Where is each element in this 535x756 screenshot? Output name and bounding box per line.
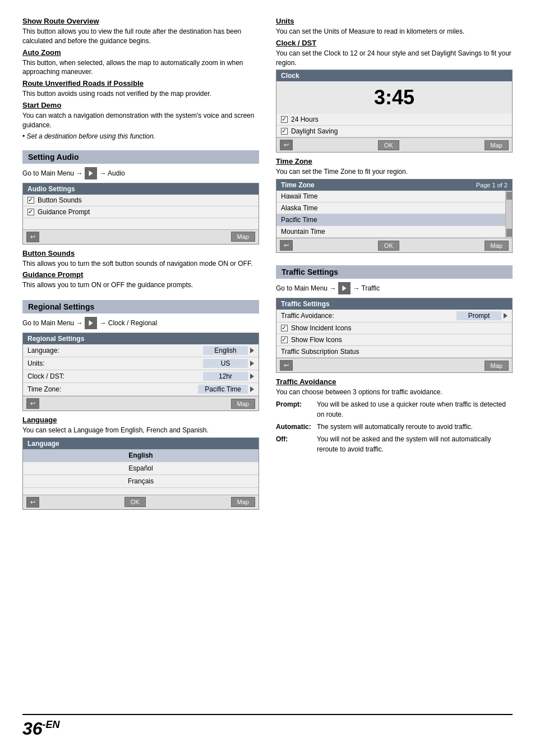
language-row-label: Language: <box>27 347 59 354</box>
time-zone-ok-button[interactable]: OK <box>378 241 399 251</box>
audio-settings-screen: Audio Settings Button Sounds Guidance Pr… <box>22 183 259 245</box>
setting-audio-goto: Go to Main Menu → → Audio <box>22 167 259 179</box>
auto-zoom-text: This button, when selected, allows the m… <box>22 58 259 77</box>
setting-audio-bar: Setting Audio <box>22 150 259 164</box>
mountain-time-option[interactable]: Mountain Time <box>276 226 505 238</box>
regional-settings-bar: Regional Settings <box>22 300 259 314</box>
daylight-saving-label: Daylight Saving <box>291 127 338 135</box>
traffic-avoidance-text: You can choose between 3 options for tra… <box>276 388 513 397</box>
traffic-settings-bar: Traffic Settings <box>276 265 513 279</box>
language-section: Language You can select a Language from … <box>22 416 259 437</box>
time-zone-scrollbar[interactable] <box>505 191 512 238</box>
button-sounds-title: Button Sounds <box>22 249 259 257</box>
left-column: Show Route Overview This button allows y… <box>22 17 259 514</box>
off-option: Off: You will not be asked and the syste… <box>276 434 513 454</box>
language-text: You can select a Language from English, … <box>22 426 259 435</box>
traffic-subscription-row[interactable]: Traffic Subscription Status <box>276 346 512 358</box>
espanol-option[interactable]: Español <box>23 462 259 475</box>
button-sounds-label: Button Sounds <box>38 196 82 204</box>
clock-dst-row[interactable]: Clock / DST: 12hr <box>23 370 259 383</box>
page-number: 36-EN <box>22 707 60 739</box>
traffic-avoidance-options: Prompt: You will be asked to use a quick… <box>276 399 513 454</box>
francais-option[interactable]: Français <box>23 475 259 488</box>
automatic-desc: The system will automatically reroute to… <box>317 422 473 432</box>
alaska-time-option[interactable]: Alaska Time <box>276 202 505 214</box>
button-sounds-checkbox[interactable] <box>27 197 34 204</box>
units-row[interactable]: Units: US <box>23 357 259 370</box>
automatic-label: Automatic: <box>276 422 312 432</box>
audio-map-button[interactable]: Map <box>231 232 255 242</box>
start-demo-note: • Set a destination before using this fu… <box>22 132 259 140</box>
regional-settings-header: Regional Settings <box>23 333 259 344</box>
24hours-checkbox[interactable] <box>281 116 288 123</box>
regional-back-button[interactable]: ↩ <box>26 398 39 409</box>
clock-ok-button[interactable]: OK <box>378 140 399 150</box>
prompt-label: Prompt: <box>276 399 312 420</box>
show-incident-icons-checkbox[interactable] <box>281 325 288 331</box>
clock-dst-value: 12hr <box>203 372 248 381</box>
right-column: Units You can set the Units of Measure t… <box>276 17 513 514</box>
language-screen: Language English Español Français ↩ OK M… <box>22 437 259 510</box>
regional-screen-footer: ↩ Map <box>23 396 259 411</box>
traffic-avoidance-arrow-icon <box>504 313 508 319</box>
traffic-settings-screen: Traffic Settings Traffic Avoidance: Prom… <box>276 298 513 373</box>
units-section: Units You can set the Units of Measure t… <box>276 17 513 39</box>
time-zone-map-button[interactable]: Map <box>485 241 509 251</box>
clock-dst-arrow-icon <box>250 374 254 379</box>
audio-settings-header: Audio Settings <box>23 183 259 195</box>
audio-back-button[interactable]: ↩ <box>26 232 39 242</box>
daylight-saving-row: Daylight Saving <box>276 126 512 137</box>
english-option[interactable]: English <box>23 449 259 462</box>
language-ok-button[interactable]: OK <box>124 497 146 507</box>
language-map-button[interactable]: Map <box>231 497 255 507</box>
show-route-overview-text: This button allows you to view the full … <box>22 27 259 46</box>
time-zone-screen-header: Time Zone <box>281 181 315 189</box>
off-label: Off: <box>276 434 312 454</box>
hawaii-time-option[interactable]: Hawaii Time <box>276 191 505 202</box>
language-row[interactable]: Language: English <box>23 344 259 357</box>
guidance-prompt-section: Guidance Prompt This allows you to turn … <box>22 270 259 292</box>
timezone-row-value: Pacific Time <box>198 385 254 394</box>
units-row-value: US <box>203 359 254 368</box>
time-zone-scroll-area: Hawaii Time Alaska Time Pacific Time Mou… <box>276 191 512 238</box>
off-desc: You will not be asked and the system wil… <box>317 434 513 454</box>
timezone-row[interactable]: Time Zone: Pacific Time <box>23 383 259 396</box>
traffic-avoidance-title: Traffic Avoidance <box>276 377 513 386</box>
button-sounds-section: Button Sounds This allows you to turn th… <box>22 249 259 271</box>
guidance-prompt-label: Guidance Prompt <box>38 208 90 216</box>
traffic-map-button[interactable]: Map <box>485 361 509 371</box>
daylight-saving-checkbox[interactable] <box>281 128 288 135</box>
language-back-button[interactable]: ↩ <box>26 497 39 508</box>
time-zone-back-button[interactable]: ↩ <box>280 240 293 251</box>
traffic-back-button[interactable]: ↩ <box>280 360 293 371</box>
clock-dst-title: Clock / DST <box>276 39 513 47</box>
auto-zoom-title: Auto Zoom <box>22 48 259 57</box>
clock-screen-footer: ↩ OK Map <box>276 137 512 152</box>
prompt-option: Prompt: You will be asked to use a quick… <box>276 399 513 420</box>
time-zone-screen-footer: ↩ OK Map <box>276 238 512 252</box>
clock-map-button[interactable]: Map <box>485 140 509 150</box>
clock-dst-section: Clock / DST You can set the Clock to 12 … <box>276 39 513 70</box>
language-title: Language <box>22 416 259 424</box>
clock-dst-row-value: 12hr <box>203 372 254 381</box>
scrollbar-thumb-up <box>506 192 512 200</box>
regional-map-button[interactable]: Map <box>231 399 255 409</box>
guidance-prompt-checkbox[interactable] <box>27 209 34 215</box>
clock-dst-text: You can set the Clock to 12 or 24 hour s… <box>276 49 513 68</box>
show-flow-icons-checkbox[interactable] <box>281 336 288 343</box>
clock-back-button[interactable]: ↩ <box>280 140 293 150</box>
pacific-time-option[interactable]: Pacific Time <box>276 214 505 226</box>
auto-zoom-section: Auto Zoom This button, when selected, al… <box>22 48 259 80</box>
show-incident-icons-label: Show Incident Icons <box>291 324 351 332</box>
time-zone-list: Hawaii Time Alaska Time Pacific Time Mou… <box>276 191 505 238</box>
audio-screen-footer: ↩ Map <box>23 229 259 244</box>
show-flow-icons-row: Show Flow Icons <box>276 334 512 346</box>
start-demo-section: Start Demo You can watch a navigation de… <box>22 101 259 142</box>
traffic-avoidance-row[interactable]: Traffic Avoidance: Prompt <box>276 310 512 322</box>
button-sounds-row: Button Sounds <box>23 195 259 206</box>
traffic-screen-footer: ↩ Map <box>276 358 512 372</box>
show-route-overview-title: Show Route Overview <box>22 17 259 25</box>
24hours-row: 24 Hours <box>276 114 512 126</box>
nav-icon-audio <box>85 167 97 179</box>
route-unverified-section: Route Unverified Roads if Possible This … <box>22 79 259 101</box>
